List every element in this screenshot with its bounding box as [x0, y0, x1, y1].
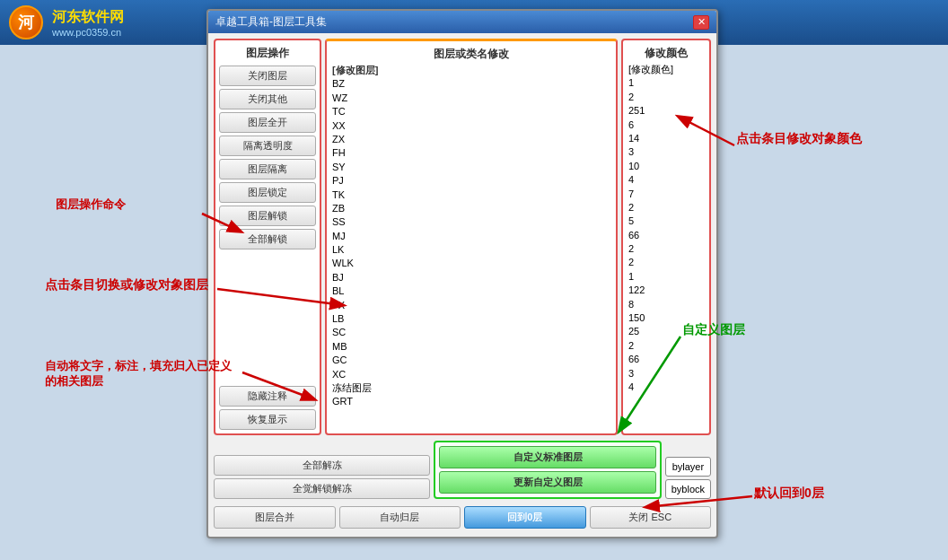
logo-icon: 河	[9, 5, 43, 39]
bylayer-group: bylayer byblock	[665, 457, 711, 499]
color-item[interactable]: 2	[627, 339, 706, 353]
list-item[interactable]: WZ	[330, 92, 612, 105]
list-item[interactable]: ZB	[330, 202, 612, 215]
annotation-default-layer0: 默认回到0层	[754, 485, 898, 501]
color-panel-title: 修改颜色	[627, 44, 706, 63]
site-info: 河东软件网 www.pc0359.cn	[52, 8, 124, 38]
color-item[interactable]: 2	[627, 242, 706, 256]
list-item[interactable]: GRT	[330, 395, 612, 408]
color-item[interactable]: 8	[627, 298, 706, 311]
annotation-layer-ops-cmd: 图层操作命令	[56, 197, 199, 213]
list-item[interactable]: SY	[330, 161, 612, 174]
list-item[interactable]: XX	[330, 119, 612, 133]
list-item[interactable]: XC	[330, 368, 612, 381]
color-list-header: [修改颜色]	[627, 63, 706, 76]
color-item[interactable]: 4	[627, 173, 706, 187]
btn-unlock[interactable]: 图层解锁	[219, 206, 316, 226]
color-item[interactable]: 3	[627, 367, 706, 381]
annotation-click-switch: 点击条目切换或修改对象图层	[45, 276, 215, 293]
color-list[interactable]: [修改颜色] 1 2 251 6 14 3 10 4 7 2 5 66 2 2 …	[627, 63, 706, 430]
list-item[interactable]: TC	[330, 105, 612, 118]
dialog-body: 图层操作 关闭图层 关闭其他 图层全开 隔离透明度 图层隔离 图层锁定 图层解锁…	[208, 33, 716, 536]
color-item[interactable]: 5	[627, 214, 706, 228]
list-item[interactable]: MB	[330, 340, 612, 354]
btn-unfreeze-all[interactable]: 全部解冻	[214, 455, 430, 476]
dialog-title: 卓越工具箱-图层工具集	[215, 14, 327, 30]
btn-unlock-all[interactable]: 全部解锁	[219, 229, 316, 249]
btn-isolate-opacity[interactable]: 隔离透明度	[219, 136, 316, 156]
custom-group: 自定义标准图层 更新自定义图层	[434, 441, 661, 499]
list-item[interactable]: BL	[330, 284, 612, 298]
color-item[interactable]: 122	[627, 284, 706, 297]
btn-close-other[interactable]: 关闭其他	[219, 89, 316, 109]
annotation-custom-layer: 自定义图层	[682, 321, 817, 337]
list-item[interactable]: BJ	[330, 271, 612, 284]
list-item[interactable]: MJ	[330, 230, 612, 243]
color-panel: 修改颜色 [修改颜色] 1 2 251 6 14 3 10 4 7 2 5 66…	[621, 39, 711, 435]
list-item[interactable]: PJ	[330, 174, 612, 188]
list-item[interactable]: SS	[330, 215, 612, 229]
footer-row: 图层合并 自动归层 回到0层 关闭 ESC	[214, 504, 711, 530]
list-item[interactable]: LB	[330, 312, 612, 326]
list-item[interactable]: FX	[330, 299, 612, 312]
btn-merge-layers[interactable]: 图层合并	[214, 506, 336, 529]
dialog-titlebar: 卓越工具箱-图层工具集 ✕	[208, 11, 716, 33]
btn-byblock[interactable]: byblock	[665, 479, 711, 499]
color-item[interactable]: 3	[627, 145, 706, 159]
layer-name-list[interactable]: [修改图层] BZ WZ TC XX ZX FH SY PJ TK ZB SS …	[330, 64, 612, 430]
layer-name-title: 图层或类名修改	[330, 45, 612, 64]
list-item[interactable]: FH	[330, 146, 612, 160]
color-item[interactable]: 2	[627, 91, 706, 104]
color-item[interactable]: 2	[627, 201, 706, 214]
color-item[interactable]: 7	[627, 188, 706, 201]
color-item[interactable]: 4	[627, 381, 706, 394]
btn-close-esc[interactable]: 关闭 ESC	[590, 506, 712, 529]
list-item[interactable]: SC	[330, 326, 612, 339]
btn-bylayer[interactable]: bylayer	[665, 457, 711, 477]
layer-name-panel: 图层或类名修改 [修改图层] BZ WZ TC XX ZX FH SY PJ T…	[325, 39, 618, 435]
list-item[interactable]: BZ	[330, 77, 612, 91]
btn-close-layer[interactable]: 关闭图层	[219, 66, 316, 86]
btn-auto-sort[interactable]: 自动归层	[339, 506, 461, 529]
color-item[interactable]: 251	[627, 104, 706, 118]
site-name: 河东软件网	[52, 8, 124, 27]
btn-isolate[interactable]: 图层隔离	[219, 159, 316, 179]
btn-all-open[interactable]: 图层全开	[219, 112, 316, 133]
btn-custom-standard-layer[interactable]: 自定义标准图层	[439, 446, 655, 468]
color-item[interactable]: 66	[627, 229, 706, 242]
layer-list-header: [修改图层]	[330, 64, 612, 77]
list-item[interactable]: WLK	[330, 257, 612, 270]
btn-lock[interactable]: 图层锁定	[219, 182, 316, 203]
color-item[interactable]: 66	[627, 353, 706, 366]
color-item[interactable]: 1	[627, 270, 706, 284]
color-item[interactable]: 1	[627, 76, 706, 90]
list-item[interactable]: GC	[330, 354, 612, 367]
color-item[interactable]: 6	[627, 118, 706, 132]
list-item-freeze[interactable]: 冻结图层	[330, 381, 612, 395]
btn-return-layer0[interactable]: 回到0层	[464, 506, 586, 529]
layer-ops-title: 图层操作	[219, 44, 316, 63]
list-item[interactable]: TK	[330, 188, 612, 202]
freeze-group: 全部解冻 全觉解锁解冻	[214, 455, 430, 499]
sections-row: 图层操作 关闭图层 关闭其他 图层全开 隔离透明度 图层隔离 图层锁定 图层解锁…	[214, 39, 711, 435]
close-button[interactable]: ✕	[693, 15, 709, 30]
color-item[interactable]: 10	[627, 160, 706, 173]
annotation-auto-fill: 自动将文字，标注，填充归入已定义的相关图层	[45, 359, 242, 389]
color-item[interactable]: 2	[627, 256, 706, 269]
list-item[interactable]: LK	[330, 243, 612, 257]
list-item[interactable]: ZX	[330, 133, 612, 146]
color-item[interactable]: 14	[627, 132, 706, 145]
site-url: www.pc0359.cn	[52, 27, 124, 38]
main-dialog: 卓越工具箱-图层工具集 ✕ 图层操作 关闭图层 关闭其他 图层全开 隔离透明度 …	[206, 9, 718, 538]
btn-unlock-unfreeze[interactable]: 全觉解锁解冻	[214, 478, 430, 499]
bottom-section: 全部解冻 全觉解锁解冻 自定义标准图层 更新自定义图层 bylayer bybl…	[214, 439, 711, 501]
annotation-click-color: 点击条目修改对象颜色	[736, 130, 898, 146]
btn-update-custom-layer[interactable]: 更新自定义图层	[439, 471, 655, 494]
btn-restore-display[interactable]: 恢复显示	[219, 409, 316, 430]
